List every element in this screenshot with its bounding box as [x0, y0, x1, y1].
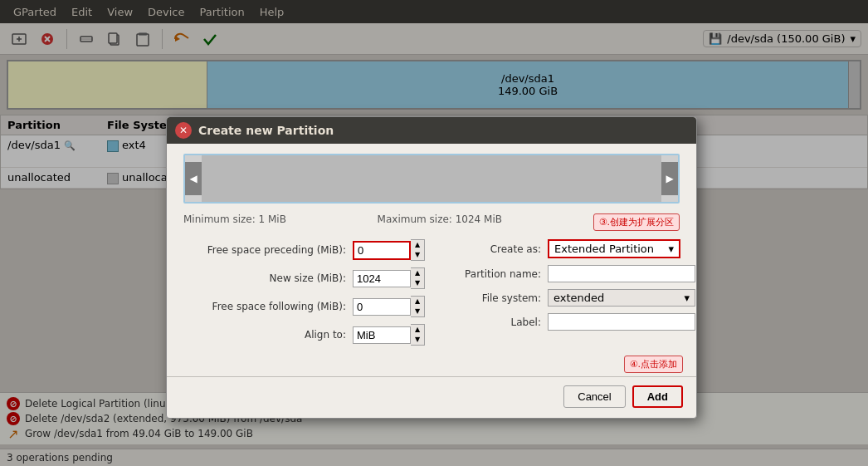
align-to-up[interactable]: ▲ — [411, 325, 424, 335]
dialog-buttons: Cancel Add — [167, 376, 696, 418]
free-space-preceding-up[interactable]: ▲ — [411, 240, 424, 250]
label-row: Label: — [441, 313, 695, 331]
form-grid: Free space preceding (MiB): ▲ ▼ New size… — [180, 239, 683, 346]
free-space-following-spinbtns: ▲ ▼ — [411, 296, 425, 317]
slider-left-arrow[interactable]: ◀ — [185, 162, 202, 195]
create-as-arrow: ▾ — [668, 243, 674, 255]
new-size-down[interactable]: ▼ — [411, 278, 424, 288]
partition-name-input[interactable] — [548, 265, 695, 282]
free-space-following-spinner[interactable]: ▲ ▼ — [353, 296, 425, 317]
slider-track — [202, 155, 661, 202]
file-system-label: File system: — [441, 292, 541, 304]
cancel-button[interactable]: Cancel — [563, 385, 625, 408]
align-to-spinbtns: ▲ ▼ — [411, 324, 425, 346]
free-space-following-input[interactable] — [353, 298, 411, 316]
free-space-preceding-spinbtns: ▲ ▼ — [411, 239, 425, 261]
file-system-value: extended — [553, 292, 604, 304]
free-space-preceding-spinner[interactable]: ▲ ▼ — [353, 239, 425, 261]
dialog-close-button[interactable]: ✕ — [175, 122, 192, 139]
free-space-following-row: Free space following (MiB): ▲ ▼ — [180, 296, 425, 317]
align-to-label: Align to: — [180, 329, 346, 341]
max-size-label: Maximum size: 1024 MiB — [378, 213, 502, 231]
new-size-input[interactable] — [353, 270, 411, 287]
partition-name-row: Partition name: — [441, 265, 695, 282]
free-space-following-label: Free space following (MiB): — [180, 301, 346, 312]
new-size-up[interactable]: ▲ — [411, 268, 424, 278]
free-space-preceding-label: Free space preceding (MiB): — [180, 244, 346, 256]
file-system-dropdown[interactable]: extended ▾ — [548, 289, 695, 307]
free-space-following-up[interactable]: ▲ — [411, 297, 424, 307]
partition-name-label: Partition name: — [441, 268, 541, 280]
min-size-label: Minimum size: 1 MiB — [183, 213, 286, 231]
align-to-input[interactable] — [353, 326, 411, 344]
free-space-preceding-row: Free space preceding (MiB): ▲ ▼ — [180, 239, 425, 261]
annotation-add: ④.点击添加 — [624, 356, 683, 373]
dialog-body: ◀ ▶ Minimum size: 1 MiB Maximum size: 10… — [167, 144, 696, 356]
label-input[interactable] — [548, 313, 695, 331]
partition-slider[interactable]: ◀ ▶ — [183, 154, 680, 204]
free-space-preceding-down[interactable]: ▼ — [411, 250, 424, 260]
label-label: Label: — [441, 316, 541, 328]
modal-overlay: ✕ Create new Partition ◀ ▶ Minimum size:… — [0, 0, 868, 466]
size-info: Minimum size: 1 MiB Maximum size: 1024 M… — [180, 213, 683, 231]
add-annotation-row: ④.点击添加 — [167, 356, 696, 373]
add-button[interactable]: Add — [632, 385, 683, 408]
create-partition-dialog: ✕ Create new Partition ◀ ▶ Minimum size:… — [166, 116, 697, 419]
create-as-dropdown[interactable]: Extended Partition ▾ — [548, 239, 680, 258]
new-size-spinner[interactable]: ▲ ▼ — [353, 267, 425, 289]
align-to-row: Align to: ▲ ▼ — [180, 324, 425, 346]
new-size-row: New size (MiB): ▲ ▼ — [180, 267, 425, 289]
form-right: Create as: Extended Partition ▾ Partitio… — [441, 239, 695, 346]
free-space-preceding-input[interactable] — [353, 241, 411, 260]
free-space-following-down[interactable]: ▼ — [411, 307, 424, 316]
annotation-create: ③.创建为扩展分区 — [593, 213, 680, 231]
slider-right-arrow[interactable]: ▶ — [661, 162, 678, 195]
file-system-arrow: ▾ — [684, 292, 690, 304]
file-system-row: File system: extended ▾ — [441, 289, 695, 307]
create-as-value: Extended Partition — [554, 243, 654, 255]
form-left: Free space preceding (MiB): ▲ ▼ New size… — [180, 239, 425, 346]
dialog-title: Create new Partition — [198, 124, 334, 137]
new-size-spinbtns: ▲ ▼ — [411, 267, 425, 289]
align-to-spinner[interactable]: ▲ ▼ — [353, 324, 425, 346]
create-as-row: Create as: Extended Partition ▾ — [441, 239, 695, 258]
dialog-titlebar: ✕ Create new Partition — [167, 117, 696, 144]
align-to-down[interactable]: ▼ — [411, 335, 424, 345]
new-size-label: New size (MiB): — [180, 272, 346, 284]
create-as-label: Create as: — [441, 243, 541, 255]
